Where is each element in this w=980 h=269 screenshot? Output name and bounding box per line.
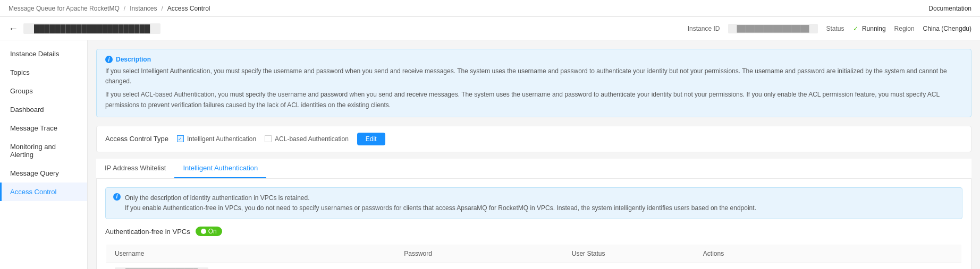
description-text2: If you select ACL-based Authentication, …: [105, 90, 962, 110]
status-label: Status: [826, 25, 844, 32]
instance-id-value: ████████████████: [728, 24, 817, 33]
tabs-bar: IP Address Whitelist Intelligent Authent…: [96, 159, 971, 179]
header-left: ← ██████████████████████: [9, 23, 160, 34]
vpc-notice: i Only the description of identity authe…: [105, 187, 962, 219]
tab-content: i Only the description of identity authe…: [96, 179, 971, 269]
auth-free-row: Authentication-free in VPCs On: [105, 227, 962, 236]
documentation-link[interactable]: Documentation: [928, 5, 971, 12]
vpc-notice-line1: Only the description of identity authent…: [125, 193, 756, 203]
status-check-icon: ✓: [853, 25, 858, 32]
description-text1: If you select Intelligent Authentication…: [105, 66, 962, 86]
sidebar-item-message-trace[interactable]: Message Trace: [0, 119, 87, 137]
access-type-label: Access Control Type: [105, 135, 168, 143]
intelligent-auth-checkbox[interactable]: Intelligent Authentication: [177, 135, 256, 143]
intelligent-auth-checkbox-box: [177, 135, 184, 142]
users-table: Username Password User Status Actions ██…: [105, 244, 962, 269]
header-right: Instance ID ████████████████ Status ✓ Ru…: [688, 24, 971, 33]
breadcrumb-root[interactable]: Message Queue for Apache RocketMQ: [9, 5, 120, 12]
table-row: ████████████████ •••••••• Show Enabled C…: [106, 263, 962, 269]
auth-free-label: Authentication-free in VPCs: [105, 228, 190, 236]
sidebar-item-dashboard[interactable]: Dashboard: [0, 100, 87, 119]
status-indicator: ✓ Running: [853, 25, 886, 32]
cell-actions: Change Password | Disable: [695, 263, 962, 269]
vpc-info-icon: i: [113, 193, 121, 201]
intelligent-auth-label: Intelligent Authentication: [187, 135, 256, 143]
auth-free-toggle[interactable]: On: [196, 227, 222, 236]
breadcrumb-current: Access Control: [167, 5, 210, 12]
region-label: Region: [894, 25, 915, 32]
col-password: Password: [395, 244, 563, 263]
acl-auth-checkbox[interactable]: ACL-based Authentication: [265, 135, 349, 143]
sidebar-item-topics[interactable]: Topics: [0, 63, 87, 82]
cell-user-status: Enabled: [563, 263, 695, 269]
col-username: Username: [106, 244, 395, 263]
acl-auth-checkbox-box: [265, 135, 272, 142]
breadcrumb-instances[interactable]: Instances: [130, 5, 157, 12]
breadcrumb: Message Queue for Apache RocketMQ / Inst…: [9, 5, 210, 12]
col-user-status: User Status: [563, 244, 695, 263]
vpc-notice-text: Only the description of identity authent…: [125, 193, 756, 213]
header-row: ← ██████████████████████ Instance ID ███…: [0, 17, 980, 40]
sidebar: Instance Details Topics Groups Dashboard…: [0, 40, 88, 269]
description-box: i Description If you select Intelligent …: [96, 49, 971, 117]
sidebar-item-access-control[interactable]: Access Control: [0, 183, 87, 201]
sidebar-item-monitoring-alerting[interactable]: Monitoring and Alerting: [0, 137, 87, 164]
breadcrumb-sep2: /: [162, 5, 163, 12]
tab-ip-whitelist[interactable]: IP Address Whitelist: [96, 159, 174, 178]
sidebar-item-instance-details[interactable]: Instance Details: [0, 45, 87, 63]
status-value: Running: [862, 25, 886, 32]
col-actions: Actions: [695, 244, 962, 263]
acl-auth-label: ACL-based Authentication: [275, 135, 349, 143]
top-nav: Message Queue for Apache RocketMQ / Inst…: [0, 0, 980, 17]
main-layout: Instance Details Topics Groups Dashboard…: [0, 40, 980, 269]
cell-password: •••••••• Show: [395, 263, 563, 269]
instance-name: ██████████████████████: [23, 23, 160, 34]
instance-id-label: Instance ID: [688, 25, 720, 32]
back-button[interactable]: ←: [9, 24, 18, 33]
description-title: i Description: [105, 56, 962, 63]
edit-button[interactable]: Edit: [357, 133, 385, 145]
main-content: i Description If you select Intelligent …: [88, 40, 980, 269]
access-control-type-bar: Access Control Type Intelligent Authenti…: [96, 126, 971, 152]
sidebar-item-message-query[interactable]: Message Query: [0, 164, 87, 183]
cell-username: ████████████████: [106, 263, 395, 269]
table-header-row: Username Password User Status Actions: [106, 244, 962, 263]
vpc-notice-line2: If you enable Authentication-free in VPC…: [125, 203, 756, 213]
sidebar-item-groups[interactable]: Groups: [0, 82, 87, 100]
info-icon: i: [105, 56, 113, 63]
toggle-circle-icon: [201, 229, 206, 234]
toggle-on-label: On: [208, 228, 217, 235]
region-value: China (Chengdu): [923, 25, 971, 32]
tab-intelligent-auth[interactable]: Intelligent Authentication: [174, 159, 266, 178]
breadcrumb-sep1: /: [124, 5, 125, 12]
